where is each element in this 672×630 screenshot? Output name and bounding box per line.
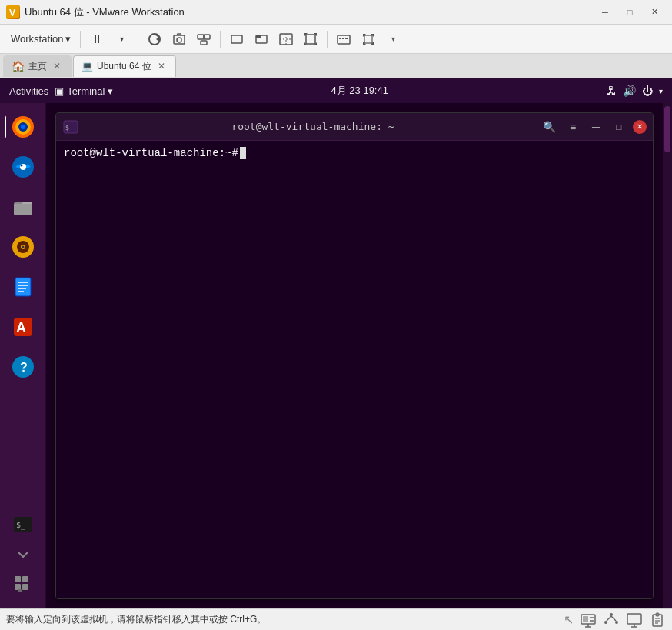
title-bar: V Ubuntu 64 位 - VMware Workstation ─ □ ✕: [0, 0, 672, 25]
svg-rect-44: [15, 576, 21, 582]
terminal-menu-arrow: ▾: [108, 85, 113, 97]
terminal-close-icon: ✕: [637, 122, 643, 131]
svg-rect-11: [256, 35, 261, 38]
sidebar-item-thunderbird[interactable]: [5, 149, 41, 185]
sidebar-item-files[interactable]: [5, 189, 41, 225]
fullscreen-arrow-icon: ▾: [391, 35, 395, 43]
svg-rect-14: [338, 35, 350, 44]
terminal-search-button[interactable]: 🔍: [541, 118, 559, 136]
writer-icon: [11, 275, 35, 299]
snapshot-take-button[interactable]: [168, 28, 191, 50]
scroll-thumb[interactable]: [664, 106, 670, 152]
workstation-menu-button[interactable]: Workstation ▾: [6, 31, 75, 47]
svg-text:V: V: [9, 8, 15, 18]
restore-button[interactable]: □: [618, 5, 641, 20]
home-tab-label: 主页: [28, 60, 47, 73]
view-stretch-icon: [278, 32, 294, 47]
terminal-prompt-text: root@wlt-virtual-machine:~#: [64, 147, 238, 159]
terminal-menu-hamburger-button[interactable]: ≡: [564, 118, 582, 136]
fullscreen-button[interactable]: [357, 28, 380, 50]
svg-point-22: [21, 125, 25, 129]
home-tab-close[interactable]: ✕: [51, 60, 63, 72]
power-arrow-icon[interactable]: ▾: [659, 87, 663, 95]
terminal-maximize-button[interactable]: □: [610, 118, 628, 136]
snapshot-take-icon: [171, 32, 187, 47]
terminal-sidebar-icon: $_: [11, 512, 35, 537]
svg-rect-27: [14, 204, 32, 215]
fullscreen-dropdown-button[interactable]: ▾: [381, 28, 404, 50]
svg-rect-45: [22, 576, 28, 582]
view-normal-icon: [229, 32, 245, 47]
svg-text:$_: $_: [16, 521, 26, 530]
thunderbird-icon: [11, 155, 35, 179]
close-button[interactable]: ✕: [643, 5, 666, 20]
vm-right-scrollbar[interactable]: [663, 103, 672, 608]
snapshot-restore-button[interactable]: [143, 28, 166, 50]
ubuntu-tab-close[interactable]: ✕: [155, 60, 168, 72]
sidebar-item-help[interactable]: ?: [5, 349, 41, 385]
status-bar-right: ↖: [564, 612, 666, 628]
power-icon[interactable]: ⏻: [642, 85, 653, 97]
tab-home[interactable]: 🏠 主页 ✕: [3, 55, 72, 77]
view-normal-button[interactable]: [225, 28, 248, 50]
sidebar-item-down-arrow[interactable]: [5, 547, 41, 562]
tab-ubuntu[interactable]: 💻 Ubuntu 64 位 ✕: [73, 55, 176, 77]
svg-rect-17: [345, 38, 348, 39]
svg-text:A: A: [16, 320, 26, 335]
view-tab-button[interactable]: [250, 28, 273, 50]
snapshot-manager-button[interactable]: [192, 28, 215, 50]
toolbar-separator-2: [138, 31, 138, 48]
svg-point-59: [615, 621, 618, 624]
minimize-button[interactable]: ─: [594, 5, 617, 20]
sidebar-item-firefox[interactable]: [5, 109, 41, 145]
ubuntu-sidebar: A ? $_: [0, 103, 46, 608]
terminal-window[interactable]: $ root@wlt-virtual-machine: ~ 🔍 ≡: [55, 112, 654, 599]
sidebar-item-show-apps[interactable]: [5, 567, 41, 602]
window-title: Ubuntu 64 位 - VMware Workstation: [25, 5, 185, 19]
terminal-body[interactable]: root@wlt-virtual-machine:~#: [56, 141, 653, 598]
terminal-minimize-button[interactable]: ─: [587, 118, 605, 136]
svg-rect-7: [204, 35, 210, 39]
svg-rect-32: [15, 278, 31, 296]
svg-rect-62: [627, 614, 641, 624]
view-autofit-button[interactable]: [299, 28, 322, 50]
pause-button[interactable]: ⏸: [85, 28, 108, 50]
svg-text:$: $: [65, 125, 69, 132]
status-vm-icon[interactable]: [580, 612, 597, 628]
terminal-titlebar-left: $: [62, 118, 85, 135]
terminal-area: $ root@wlt-virtual-machine: ~ 🔍 ≡: [46, 103, 663, 608]
terminal-close-button[interactable]: ✕: [633, 120, 647, 134]
fullscreen-icon: [361, 32, 376, 47]
volume-icon[interactable]: 🔊: [623, 85, 636, 97]
sidebar-item-rhythmbox[interactable]: [5, 229, 41, 265]
svg-line-61: [611, 616, 616, 621]
status-clipboard-icon[interactable]: [649, 612, 666, 628]
network-icon[interactable]: 🖧: [606, 85, 617, 97]
status-screen-icon[interactable]: [626, 612, 643, 628]
pause-dropdown-button[interactable]: ▾: [110, 28, 133, 50]
svg-point-58: [604, 621, 607, 624]
show-apps-icon: [12, 574, 34, 595]
ctrl-alt-del-icon: [336, 32, 351, 47]
workstation-dropdown-icon: ▾: [65, 33, 71, 45]
svg-rect-48: [18, 589, 22, 592]
sidebar-item-writer[interactable]: [5, 269, 41, 305]
ubuntu-topbar-right: 🖧 🔊 ⏻ ▾: [606, 85, 663, 97]
title-bar-left: V Ubuntu 64 位 - VMware Workstation: [6, 5, 185, 19]
home-tab-icon: 🏠: [12, 60, 25, 72]
view-autofit-icon: [303, 32, 318, 47]
ubuntu-tab-label: Ubuntu 64 位: [97, 60, 151, 73]
status-network-icon[interactable]: [603, 612, 620, 628]
activities-button[interactable]: Activities: [9, 85, 48, 97]
terminal-menu-button[interactable]: ▣ Terminal ▾: [55, 85, 113, 97]
snapshot-restore-icon: [147, 32, 162, 47]
sidebar-item-terminal[interactable]: $_: [5, 507, 41, 542]
svg-rect-9: [231, 35, 242, 43]
view-stretch-button[interactable]: [274, 28, 298, 50]
appstore-icon: A: [11, 315, 35, 339]
files-icon: [11, 195, 35, 219]
ctrl-alt-del-button[interactable]: [332, 28, 355, 50]
toolbar-separator-3: [220, 31, 221, 48]
terminal-minimize-icon: ─: [592, 121, 600, 133]
sidebar-item-appstore[interactable]: A: [5, 309, 41, 345]
